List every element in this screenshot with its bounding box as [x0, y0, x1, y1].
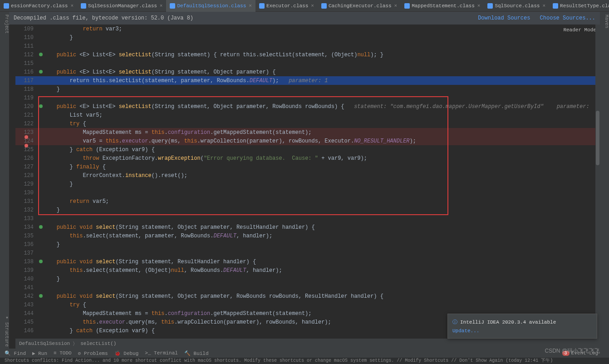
code-text[interactable]: throw ExceptionFactory.wrapException("Er… [44, 155, 367, 162]
code-text[interactable]: this.select(statement, (Object)null, Row… [44, 267, 282, 274]
code-editor[interactable]: 109 return var3;110 }111112 public <E> L… [15, 25, 600, 349]
line-number[interactable]: 118 [15, 86, 37, 93]
code-text[interactable]: this.executor.query(ms, this.wrapCollect… [44, 319, 331, 325]
line-number[interactable]: 137 [15, 250, 37, 256]
tool-debug[interactable]: 🐞 Debug [114, 350, 139, 356]
line-number[interactable]: 120 [15, 103, 37, 110]
tool-todo[interactable]: ≡ TODO [54, 350, 72, 356]
code-text[interactable]: public <E> List<E> selectList(String sta… [44, 103, 589, 110]
line-number[interactable]: 121 [15, 112, 37, 118]
line-number[interactable]: 123 [15, 129, 37, 136]
code-text[interactable]: } finally { [44, 164, 106, 170]
close-icon[interactable]: × [249, 3, 252, 9]
scrollbar-thumb[interactable] [596, 111, 599, 165]
code-line[interactable]: 122 try { [15, 119, 600, 128]
line-number[interactable]: 141 [15, 285, 37, 291]
override-icon[interactable] [39, 104, 43, 108]
code-text[interactable]: } [44, 276, 60, 282]
code-line[interactable]: 129 } [15, 180, 600, 188]
code-line[interactable]: 111 [15, 42, 600, 50]
code-text[interactable]: return var3; [44, 26, 122, 32]
project-tool-window-stripe[interactable]: Project [0, 12, 9, 364]
override-icon[interactable] [39, 260, 43, 263]
editor-tab[interactable]: Executor.class× [255, 0, 318, 12]
vertical-scrollbar[interactable] [595, 25, 600, 339]
close-icon[interactable]: × [70, 3, 74, 9]
editor-tab[interactable]: ResultSetType.class× [549, 0, 609, 12]
line-number[interactable]: 128 [15, 172, 37, 179]
code-line[interactable]: 140 } [15, 275, 600, 283]
line-number[interactable]: 130 [15, 190, 37, 196]
close-icon[interactable]: × [160, 3, 163, 9]
code-line[interactable]: 138 public void select(String statement,… [15, 257, 600, 266]
code-line[interactable]: 142 public void select(String statement,… [15, 292, 600, 300]
code-line[interactable]: 128 ErrorContext.instance().reset(); [15, 171, 600, 180]
gutter-icon-area[interactable] [37, 293, 44, 300]
code-line[interactable]: 139 this.select(statement, (Object)null,… [15, 266, 600, 275]
line-number[interactable]: 109 [15, 26, 37, 32]
maven-tool-window-stripe[interactable]: Maven [600, 12, 609, 364]
breadcrumb-item[interactable]: DefaultSqlSession [19, 341, 70, 346]
code-line[interactable]: 143 try { [15, 300, 600, 309]
line-number[interactable]: 133 [15, 216, 37, 222]
code-line[interactable]: 137 [15, 249, 600, 257]
code-line[interactable]: 120 public <E> List<E> selectList(String… [15, 102, 600, 111]
override-icon[interactable] [39, 294, 43, 298]
line-number[interactable]: 117 [15, 78, 37, 84]
line-number[interactable]: 125 [15, 147, 37, 153]
editor-tab[interactable]: SqlSource.class× [484, 0, 549, 12]
code-text[interactable]: public void select(String statement, Obj… [44, 224, 315, 231]
tool-stripe-structure[interactable]: ★ Structure [4, 315, 9, 347]
code-line[interactable]: 112 public <E> List<E> selectList(String… [15, 50, 600, 59]
line-number[interactable]: 124 [15, 138, 37, 144]
code-line[interactable]: 121 List var5; [15, 111, 600, 119]
line-number[interactable]: 131 [15, 198, 37, 205]
tool-find[interactable]: 🔍 Find [5, 350, 26, 356]
code-line[interactable]: 134 public void select(String statement,… [15, 223, 600, 231]
code-line[interactable]: 116 public <E> List<E> selectList(String… [15, 68, 600, 76]
code-text[interactable]: } catch (Exception var9) { [44, 147, 155, 153]
code-text[interactable]: MappedStatement ms = this.configuration.… [44, 129, 312, 136]
code-text[interactable]: } [44, 241, 60, 248]
line-number[interactable]: 146 [15, 328, 37, 334]
line-number[interactable]: 127 [15, 164, 37, 170]
code-line[interactable]: 135 this.select(statement, parameter, Ro… [15, 231, 600, 240]
code-line[interactable]: 132 } [15, 206, 600, 214]
line-number[interactable]: 116 [15, 69, 37, 75]
code-text[interactable]: try { [44, 121, 86, 127]
code-line[interactable]: 118 } [15, 85, 600, 93]
gutter-icon-area[interactable] [37, 52, 44, 58]
gutter-icon-area[interactable] [37, 259, 44, 265]
line-number[interactable]: 143 [15, 302, 37, 308]
close-icon[interactable]: × [394, 3, 398, 9]
line-number[interactable]: 110 [15, 34, 37, 41]
close-icon[interactable]: × [477, 3, 481, 9]
gutter-icon-area[interactable] [37, 69, 44, 75]
code-text[interactable]: ErrorContext.instance().reset(); [44, 172, 187, 179]
code-line[interactable]: 131 return var5; [15, 197, 600, 206]
update-link[interactable]: Update... [452, 328, 592, 334]
code-line[interactable]: 127 } finally { [15, 162, 600, 171]
breadcrumb-item[interactable]: selectList() [80, 341, 116, 346]
line-number[interactable]: 115 [15, 60, 37, 67]
tool-run[interactable]: ▶ Run [32, 350, 47, 356]
code-text[interactable]: } [44, 34, 73, 41]
tool-build[interactable]: 🔨 Build [184, 350, 209, 356]
editor-tab[interactable]: SqlSessionManager.class× [77, 0, 166, 12]
code-line[interactable]: 124 var5 = this.executor.query(ms, this.… [15, 137, 600, 145]
line-number[interactable]: 138 [15, 259, 37, 265]
code-line[interactable]: 133 [15, 214, 600, 223]
override-icon[interactable] [39, 53, 43, 56]
code-text[interactable]: } [44, 207, 60, 213]
code-text[interactable]: public <E> List<E> selectList(String sta… [44, 52, 383, 58]
code-text[interactable]: } [44, 181, 73, 187]
code-text[interactable]: public <E> List<E> selectList(String sta… [44, 69, 275, 75]
line-number[interactable]: 144 [15, 310, 37, 317]
code-text[interactable]: try { [44, 302, 86, 308]
line-number[interactable]: 139 [15, 267, 37, 274]
code-text[interactable]: this.select(statement, parameter, RowBou… [44, 233, 272, 239]
override-icon[interactable] [39, 70, 43, 74]
override-icon[interactable] [39, 225, 43, 229]
tool-terminal[interactable]: >_ Terminal [145, 350, 178, 356]
update-notification-popup[interactable]: ⓘIntelliJ IDEA 2020.3.4 available Update… [447, 314, 597, 339]
